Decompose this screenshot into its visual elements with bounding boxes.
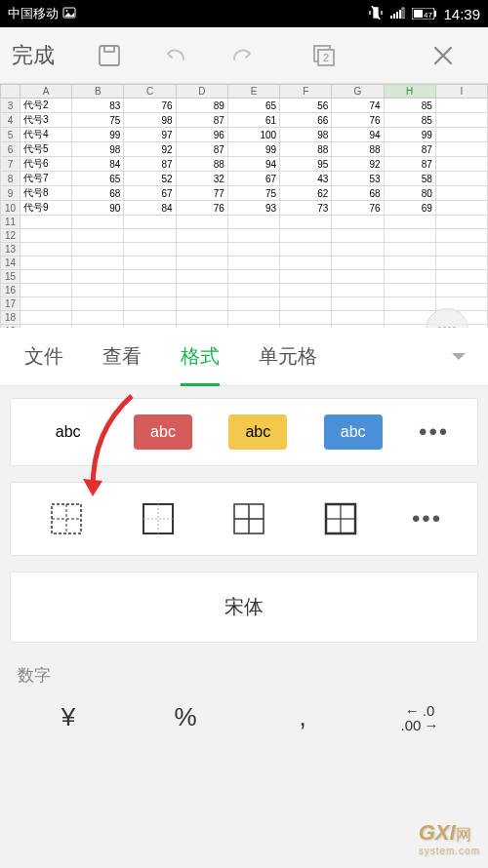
cell-style-yellow[interactable]: abc (228, 414, 287, 450)
tab-view[interactable]: 查看 (83, 328, 161, 386)
tab-more[interactable] (434, 348, 483, 366)
cell-styles-card: abc abc abc abc ••• (10, 398, 478, 466)
cell-style-red[interactable]: abc (134, 414, 192, 450)
tab-file[interactable]: 文件 (5, 328, 83, 386)
cell-style-more[interactable]: ••• (419, 418, 449, 446)
watermark: GXI网 system.com (419, 820, 480, 856)
svg-rect-10 (414, 10, 423, 18)
svg-rect-7 (402, 8, 404, 19)
svg-rect-9 (434, 11, 436, 17)
svg-rect-19 (448, 327, 451, 328)
spreadsheet[interactable]: ABCDEFGHI3代号2837689655674854代号3759887616… (0, 84, 488, 328)
carrier-label: 中国移动 (8, 5, 59, 22)
redo-button[interactable] (223, 36, 262, 75)
svg-text:47: 47 (424, 11, 432, 20)
svg-rect-17 (438, 327, 441, 328)
picture-icon (62, 7, 76, 21)
number-section-label: 数字 (10, 658, 478, 696)
format-tabs: 文件 查看 格式 单元格 (0, 328, 488, 386)
thousands-button[interactable]: , (264, 702, 342, 732)
vibrate-icon (367, 5, 385, 23)
copies-button[interactable]: 2 (305, 36, 344, 75)
tab-cell[interactable]: 单元格 (239, 328, 337, 386)
svg-rect-12 (100, 46, 119, 65)
svg-point-1 (66, 10, 68, 12)
border-outer[interactable] (138, 498, 179, 539)
font-name-label: 宋体 (224, 594, 264, 620)
done-button[interactable]: 完成 (12, 41, 55, 70)
border-all-thick[interactable] (320, 498, 361, 539)
cell-style-blue[interactable]: abc (324, 414, 383, 450)
app-toolbar: 完成 2 (0, 27, 488, 84)
battery-icon: 47 (412, 8, 437, 20)
percent-button[interactable]: % (146, 702, 224, 732)
font-card[interactable]: 宋体 (10, 572, 478, 643)
border-all-thin[interactable] (228, 498, 269, 539)
signal-icon (390, 7, 406, 21)
decimals-button[interactable]: ←.0 .00→ (381, 703, 459, 732)
svg-rect-3 (390, 16, 392, 19)
svg-rect-20 (453, 327, 456, 328)
svg-rect-4 (393, 14, 395, 19)
svg-rect-5 (396, 12, 398, 19)
svg-text:2: 2 (323, 52, 329, 63)
border-none[interactable] (46, 498, 87, 539)
borders-card: ••• (10, 482, 478, 556)
save-button[interactable] (90, 36, 129, 75)
status-bar: 中国移动 47 14:39 (0, 0, 488, 27)
tab-format[interactable]: 格式 (161, 328, 239, 386)
svg-rect-13 (104, 46, 114, 52)
format-panel: abc abc abc abc ••• ••• 宋体 数字 ¥ % , ←.0 … (0, 386, 488, 868)
svg-rect-6 (399, 10, 401, 19)
close-button[interactable] (424, 36, 463, 75)
number-format-row: ¥ % , ←.0 .00→ (10, 696, 478, 732)
svg-rect-18 (443, 327, 446, 328)
undo-button[interactable] (156, 36, 195, 75)
cell-style-white[interactable]: abc (39, 414, 98, 450)
border-more[interactable]: ••• (412, 505, 442, 533)
clock-label: 14:39 (443, 6, 480, 22)
currency-button[interactable]: ¥ (29, 702, 107, 732)
